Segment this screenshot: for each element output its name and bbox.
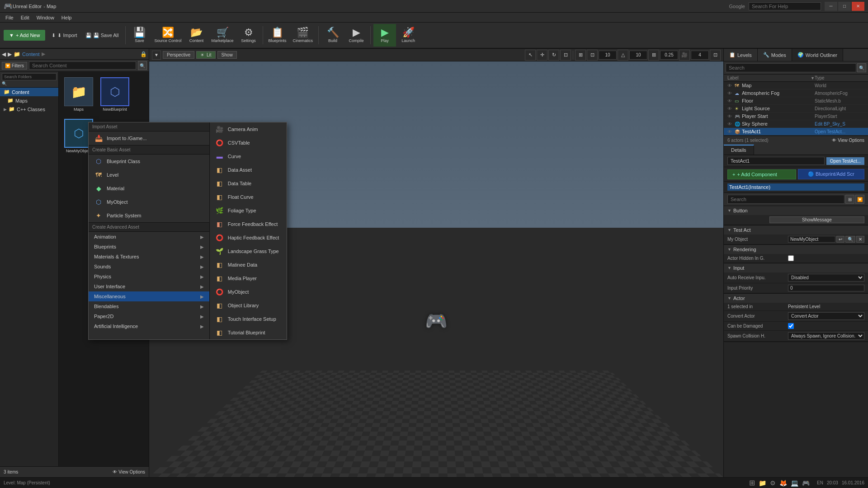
details-tab-details[interactable]: Details	[724, 145, 754, 155]
import-to-game-item[interactable]: 📥 Import to /Game...	[89, 131, 209, 145]
dd-materials-textures[interactable]: Materials & Textures▶	[89, 252, 209, 262]
dd-physics[interactable]: Physics▶	[89, 272, 209, 282]
tab-modes[interactable]: 🔧 Modes	[758, 49, 792, 61]
content-search-input[interactable]	[29, 61, 136, 70]
lit-button[interactable]: ☀ Lit	[196, 51, 215, 59]
import-button[interactable]: ⬇ ⬇ Import	[48, 30, 80, 41]
marketplace-button[interactable]: 🛒 Marketplace	[209, 24, 236, 47]
filters-button[interactable]: 🔽 Filters	[2, 62, 27, 70]
play-button[interactable]: ▶ Play	[373, 24, 396, 47]
dd-float-curve[interactable]: ◧ Float Curve	[210, 190, 287, 204]
dd-user-interface[interactable]: User Interface▶	[89, 282, 209, 291]
outliner-row-atm-fog[interactable]: 👁 ☁ Atmospheric Fog AtmosphericFog	[724, 89, 868, 97]
asset-maps[interactable]: 📁 Maps	[62, 75, 95, 113]
scale-snap-btn[interactable]: ⊞	[648, 50, 659, 61]
settings-button[interactable]: ⚙ Settings	[237, 24, 260, 47]
can-be-damaged-checkbox[interactable]	[788, 323, 794, 329]
outliner-search-input[interactable]	[726, 63, 856, 72]
dd-matinee-data[interactable]: ◧ Matinee Data	[210, 258, 287, 272]
myobject-reset-btn[interactable]: ↩	[836, 236, 844, 243]
details-filter-btn[interactable]: 🔽	[855, 195, 864, 204]
dd-material[interactable]: ◆ Material	[89, 182, 209, 195]
menu-edit[interactable]: Edit	[17, 14, 33, 21]
cb-lock-button[interactable]: 🔒	[140, 51, 147, 57]
compile-button[interactable]: ▶ Compile	[345, 24, 368, 47]
taskbar-app4[interactable]: 🎮	[802, 479, 810, 487]
add-new-button[interactable]: ▼ + Add New	[4, 30, 45, 41]
dd-media-player[interactable]: ◧ Media Player	[210, 272, 287, 285]
details-grid-view-btn[interactable]: ⊞	[845, 195, 854, 204]
show-button[interactable]: Show	[217, 51, 237, 59]
launch-button[interactable]: 🚀 Launch	[397, 24, 420, 47]
folder-search-input[interactable]	[2, 73, 57, 80]
dd-particle-system[interactable]: ✦ Particle System	[89, 209, 209, 222]
section-input-header[interactable]: ▼ Input	[724, 263, 868, 272]
grid-snap-btn[interactable]: ⊡	[587, 50, 598, 61]
close-button[interactable]: ✕	[852, 2, 864, 11]
input-priority-input[interactable]	[788, 285, 864, 291]
section-actor-header[interactable]: ▼ Actor	[724, 294, 868, 303]
rotate-tool-btn[interactable]: ↻	[548, 50, 559, 61]
perspective-button[interactable]: Perspective	[163, 51, 194, 59]
blueprint-add-script-button[interactable]: 🔵 Blueprint/Add Scr	[798, 169, 865, 179]
spawn-collision-select[interactable]: Always Spawn, Ignore Collision...	[788, 332, 864, 340]
sort-label-btn[interactable]: ▼	[811, 75, 815, 80]
dd-blueprint-class[interactable]: ⬡ Blueprint Class	[89, 155, 209, 168]
dd-paper2d[interactable]: Paper2D▶	[89, 311, 209, 321]
vp-expand-button[interactable]: ▼	[152, 51, 161, 60]
dd-myobject-misc[interactable]: ⭕ MyObject	[210, 285, 287, 299]
dd-level[interactable]: 🗺 Level	[89, 168, 209, 182]
cinematics-button[interactable]: 🎬 Cinematics	[290, 24, 316, 47]
dd-miscellaneous[interactable]: Miscellaneous▶	[89, 291, 209, 301]
dd-csv-table[interactable]: ⭕ CSVTable	[210, 136, 287, 150]
grid-size-input[interactable]	[599, 51, 617, 60]
search-button[interactable]: 🔍	[138, 61, 147, 70]
maximize-vp-btn[interactable]: ⊡	[710, 50, 721, 61]
dd-data-table[interactable]: ◧ Data Table	[210, 177, 287, 190]
scale-size-input[interactable]	[660, 51, 678, 60]
dd-foliage-type[interactable]: 🌿 Foliage Type	[210, 204, 287, 217]
outliner-row-light[interactable]: 👁 ☀ Light Source DirectionalLight	[724, 105, 868, 113]
menu-file[interactable]: File	[2, 14, 17, 21]
details-search-input[interactable]	[727, 195, 844, 204]
folder-item-maps[interactable]: 📁 Maps	[0, 96, 58, 105]
dd-tutorial-blueprint[interactable]: ◧ Tutorial Blueprint	[210, 326, 287, 339]
dd-force-feedback[interactable]: ◧ Force Feedback Effect	[210, 217, 287, 231]
content-button[interactable]: 📂 Content	[185, 24, 208, 47]
actor-name-input[interactable]	[727, 157, 825, 165]
blueprints-button[interactable]: 📋 Blueprints	[266, 24, 289, 47]
camera-speed-input[interactable]	[691, 51, 709, 60]
minimize-button[interactable]: ─	[825, 2, 837, 11]
outliner-row-sky[interactable]: 👁 🌐 Sky Sphere Edit BP_Sky_S	[724, 120, 868, 128]
maximize-button[interactable]: □	[838, 2, 851, 11]
hidden-in-game-checkbox[interactable]	[788, 255, 794, 261]
menu-window[interactable]: Window	[33, 14, 58, 21]
dd-camera-anim[interactable]: 🎥 Camera Anim	[210, 122, 287, 136]
view-options-button[interactable]: 👁 View Options	[113, 469, 145, 474]
save-all-button[interactable]: 💾 💾 Save All	[82, 30, 123, 41]
tab-world-outliner[interactable]: 🌍 World Outliner	[792, 49, 843, 61]
taskbar-app2[interactable]: 🦊	[779, 479, 787, 487]
save-button[interactable]: 💾 Save	[128, 24, 151, 47]
myobject-browse-btn[interactable]: 🔍	[845, 236, 855, 243]
cb-back-button[interactable]: ◀	[2, 51, 6, 57]
dd-animation[interactable]: Animation▶	[89, 232, 209, 242]
outliner-row-testact1[interactable]: 👁 📦 TestAct1 Open TestAct...	[724, 128, 868, 136]
dd-blendables[interactable]: Blendables▶	[89, 301, 209, 311]
tab-levels[interactable]: 📋 Levels	[724, 49, 758, 61]
dd-data-asset[interactable]: ◧ Data Asset	[210, 163, 287, 177]
dd-myobject-basic[interactable]: ⬡ MyObject	[89, 195, 209, 209]
folder-item-content[interactable]: 📁 Content	[0, 88, 58, 96]
select-tool-btn[interactable]: ↖	[525, 50, 536, 61]
auto-receive-select[interactable]: Disabled Player 0	[788, 274, 864, 282]
taskbar-start[interactable]: ⊞	[749, 479, 755, 487]
open-testact-button[interactable]: Open TestAct...	[826, 157, 864, 165]
convert-actor-select[interactable]: Convert Actor	[788, 312, 864, 320]
myobject-input[interactable]	[788, 236, 835, 243]
build-button[interactable]: 🔨 Build	[321, 24, 344, 47]
section-button-header[interactable]: ▼ Button	[724, 206, 868, 215]
add-component-button[interactable]: + + Add Component	[727, 169, 796, 179]
help-search-input[interactable]	[749, 2, 821, 10]
section-test-act-header[interactable]: ▼ Test Act	[724, 225, 868, 235]
dd-haptic-feedback[interactable]: ⭕ Haptic Feedback Effect	[210, 231, 287, 244]
